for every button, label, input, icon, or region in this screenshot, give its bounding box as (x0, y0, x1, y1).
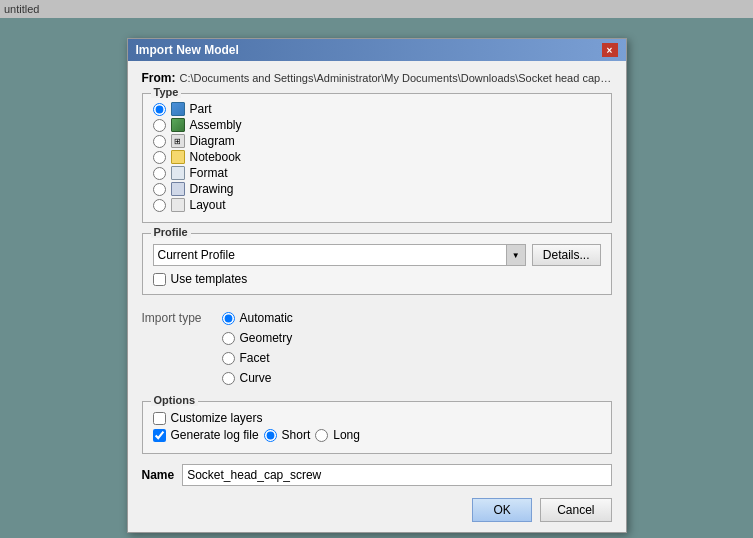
dialog-title: Import New Model (136, 43, 239, 57)
profile-row: Current Profile ▼ Details... (153, 244, 601, 266)
from-label: From: (142, 71, 176, 85)
generate-log-label[interactable]: Generate log file (171, 428, 259, 442)
type-diagram-label[interactable]: Diagram (190, 134, 235, 148)
type-diagram-row: ⊞ Diagram (153, 134, 601, 148)
log-short-radio[interactable] (264, 429, 277, 442)
import-curve-row: Curve (222, 371, 293, 385)
log-short-label[interactable]: Short (282, 428, 311, 442)
import-geometry-label[interactable]: Geometry (240, 331, 293, 345)
layout-icon (171, 198, 185, 212)
dialog-wrapper: Import New Model × From: C:\Documents an… (0, 18, 753, 533)
dialog-titlebar: Import New Model × (128, 39, 626, 61)
import-automatic-label[interactable]: Automatic (240, 311, 293, 325)
log-long-radio[interactable] (315, 429, 328, 442)
title-bar-text: untitled (4, 3, 39, 15)
type-drawing-radio[interactable] (153, 183, 166, 196)
type-notebook-row: Notebook (153, 150, 601, 164)
import-curve-label[interactable]: Curve (240, 371, 272, 385)
cancel-button[interactable]: Cancel (540, 498, 611, 522)
drawing-icon (171, 182, 185, 196)
type-group: Type Part Assembly ⊞ Diagram (142, 93, 612, 223)
title-bar: untitled (0, 0, 753, 18)
type-format-label[interactable]: Format (190, 166, 228, 180)
type-part-row: Part (153, 102, 601, 116)
generate-log-checkbox[interactable] (153, 429, 166, 442)
profile-select-wrapper: Current Profile ▼ (153, 244, 526, 266)
customize-layers-row: Customize layers (153, 411, 601, 425)
options-group: Options Customize layers Generate log fi… (142, 401, 612, 454)
customize-layers-label[interactable]: Customize layers (171, 411, 263, 425)
from-row: From: C:\Documents and Settings\Administ… (142, 71, 612, 85)
type-layout-radio[interactable] (153, 199, 166, 212)
generate-log-row: Generate log file Short Long (153, 428, 601, 442)
type-part-radio[interactable] (153, 103, 166, 116)
import-geometry-row: Geometry (222, 331, 293, 345)
customize-layers-checkbox[interactable] (153, 412, 166, 425)
type-assembly-label[interactable]: Assembly (190, 118, 242, 132)
type-notebook-label[interactable]: Notebook (190, 150, 241, 164)
type-group-label: Type (151, 86, 182, 98)
import-type-section: Import type Automatic Geometry Facet (142, 305, 612, 391)
dialog-body: From: C:\Documents and Settings\Administ… (128, 61, 626, 532)
type-drawing-row: Drawing (153, 182, 601, 196)
type-drawing-label[interactable]: Drawing (190, 182, 234, 196)
import-dialog: Import New Model × From: C:\Documents an… (127, 38, 627, 533)
import-geometry-radio[interactable] (222, 332, 235, 345)
import-automatic-radio[interactable] (222, 312, 235, 325)
type-diagram-radio[interactable] (153, 135, 166, 148)
options-group-label: Options (151, 394, 199, 406)
part-icon (171, 102, 185, 116)
import-curve-radio[interactable] (222, 372, 235, 385)
type-assembly-row: Assembly (153, 118, 601, 132)
format-icon (171, 166, 185, 180)
use-templates-label[interactable]: Use templates (171, 272, 248, 286)
notebook-icon (171, 150, 185, 164)
type-format-radio[interactable] (153, 167, 166, 180)
type-format-row: Format (153, 166, 601, 180)
import-facet-label[interactable]: Facet (240, 351, 270, 365)
use-templates-checkbox[interactable] (153, 273, 166, 286)
import-facet-radio[interactable] (222, 352, 235, 365)
ok-button[interactable]: OK (472, 498, 532, 522)
import-type-radios: Automatic Geometry Facet Curve (222, 309, 293, 387)
profile-group: Profile Current Profile ▼ Details... Use… (142, 233, 612, 295)
import-facet-row: Facet (222, 351, 293, 365)
use-templates-row: Use templates (153, 272, 601, 286)
type-part-label[interactable]: Part (190, 102, 212, 116)
profile-group-label: Profile (151, 226, 191, 238)
dialog-close-button[interactable]: × (602, 43, 618, 57)
name-label: Name (142, 468, 175, 482)
type-assembly-radio[interactable] (153, 119, 166, 132)
import-automatic-row: Automatic (222, 311, 293, 325)
name-input[interactable] (182, 464, 611, 486)
type-layout-label[interactable]: Layout (190, 198, 226, 212)
diagram-icon: ⊞ (171, 134, 185, 148)
button-row: OK Cancel (142, 498, 612, 522)
type-layout-row: Layout (153, 198, 601, 212)
from-path: C:\Documents and Settings\Administrator\… (180, 72, 612, 84)
assembly-icon (171, 118, 185, 132)
type-notebook-radio[interactable] (153, 151, 166, 164)
import-type-label: Import type (142, 309, 222, 325)
log-long-label[interactable]: Long (333, 428, 360, 442)
details-button[interactable]: Details... (532, 244, 601, 266)
name-row: Name (142, 464, 612, 486)
profile-select[interactable]: Current Profile (153, 244, 526, 266)
